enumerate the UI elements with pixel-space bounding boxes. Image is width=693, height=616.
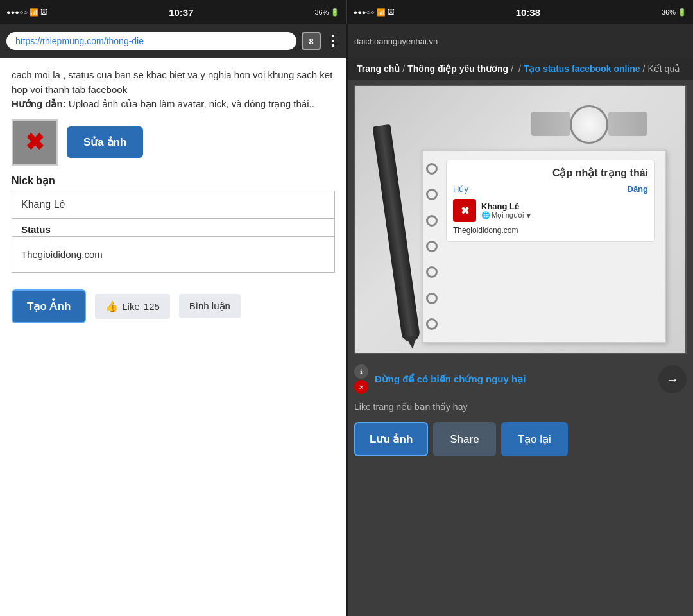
generated-image: Cập nhật trạng thái Hủy Đăng ✖ Khang Lê (354, 85, 687, 354)
fb-audience: 🌐 Mọi người ▼ (481, 211, 532, 219)
right-wifi-icon: 📶 (377, 8, 386, 17)
ad-icons: ℹ ✕ (354, 364, 368, 394)
avatar-box: ✖ (12, 119, 58, 166)
spiral-ring (426, 215, 438, 227)
share-button[interactable]: Share (433, 422, 495, 456)
url-bar[interactable]: https://thiepmung.com/thong-die (6, 32, 296, 50)
luu-anh-button[interactable]: Lưu ảnh (354, 422, 428, 456)
ad-info-icon: ℹ (354, 364, 368, 379)
right-battery-percent: 36% (662, 8, 676, 16)
breadcrumb-sep2: / (511, 64, 513, 74)
breadcrumb: Trang chủ / Thông điệp yêu thương / / Tạ… (348, 58, 693, 80)
spiral-ring (426, 189, 438, 200)
binh-luan-button[interactable]: Bình luận (179, 294, 241, 318)
avatar-row: ✖ Sửa ảnh (12, 119, 335, 166)
pen-tip (406, 336, 418, 350)
left-battery-percent: 36% (314, 8, 329, 16)
fb-status-text: Thegioididong.com (453, 226, 648, 235)
image-icon: 🖼 (40, 8, 47, 16)
facebook-actions-row: Hủy Đăng (453, 184, 648, 194)
action-buttons-row: Lưu ảnh Share Tạo lại (354, 422, 687, 456)
nick-input[interactable] (12, 191, 334, 219)
signal-dots: ●●●○○ (6, 8, 28, 16)
right-browser-bar: daichoannguyenhai.vn (348, 24, 693, 58)
facebook-cancel: Hủy (453, 184, 468, 194)
right-time: 10:38 (516, 7, 540, 18)
tab-count[interactable]: 8 (302, 32, 321, 50)
left-time: 10:37 (169, 7, 193, 18)
right-signal-icons: ●●●○○ 📶 🖼 (354, 8, 395, 17)
left-battery-area: 36% 🔋 (314, 8, 339, 17)
sua-anh-button[interactable]: Sửa ảnh (67, 126, 143, 158)
spiral-ring (426, 318, 438, 330)
left-signal-icons: ●●●○○ 📶 🖼 (6, 8, 47, 17)
right-panel: daichoannguyenhai.vn Trang chủ / Thông đ… (348, 24, 693, 616)
description-text: cach moi la , status cua ban se khac bie… (12, 68, 335, 112)
right-page-content: Trang chủ / Thông điệp yêu thương / / Tạ… (348, 58, 693, 616)
left-battery-icon: 🔋 (330, 8, 339, 17)
like-thumb-icon: 👍 (105, 300, 118, 312)
spiral-ring (426, 293, 438, 304)
spiral-ring (426, 241, 438, 252)
fb-avatar: ✖ (453, 199, 476, 222)
menu-dots[interactable]: ⋮ (326, 33, 340, 49)
form-box: Status (12, 191, 335, 273)
notebook-spiral (423, 151, 441, 342)
instruction-label: Hướng dẫn: (12, 98, 66, 109)
facebook-post: Đăng (628, 184, 649, 194)
like-count: 125 (144, 301, 160, 312)
facebook-update-box: Cập nhật trạng thái Hủy Đăng ✖ Khang Lê (446, 160, 655, 242)
wifi-icon: 📶 (30, 8, 38, 17)
breadcrumb-thong-diep[interactable]: Thông điệp yêu thương (407, 64, 508, 74)
like-label: Like (122, 301, 140, 312)
watch-shape (531, 105, 647, 144)
breadcrumb-sep2b: / (518, 64, 521, 74)
spiral-ring (426, 266, 438, 278)
breadcrumb-sep1: / (402, 64, 405, 74)
ad-close-icon[interactable]: ✕ (354, 380, 368, 394)
watch-strap-right (608, 112, 647, 136)
tao-lai-button[interactable]: Tạo lại (501, 422, 568, 456)
fb-user-info: Khang Lê 🌐 Mọi người ▼ (481, 201, 532, 219)
left-page-content: cach moi la , status cua ban se khac bie… (0, 58, 346, 616)
bottom-row: Tạo Ảnh 👍 Like 125 Bình luận (12, 284, 335, 329)
breadcrumb-tao-status[interactable]: Tạo status facebook online (524, 64, 640, 74)
avatar-icon: ✖ (25, 129, 44, 156)
notebook-background: Cập nhật trạng thái Hủy Đăng ✖ Khang Lê (355, 86, 685, 353)
left-panel: https://thiepmung.com/thong-die 8 ⋮ cach… (0, 24, 346, 616)
left-status-bar: ●●●○○ 📶 🖼 10:37 36% 🔋 (0, 0, 346, 24)
like-button[interactable]: 👍 Like 125 (95, 294, 170, 319)
watch-face (570, 105, 608, 144)
pen-shape (372, 124, 420, 343)
ad-area: ℹ ✕ Đừng để có biến chứng nguy hại → (354, 364, 687, 394)
right-battery-area: 36% 🔋 (662, 8, 687, 17)
watch-strap-left (531, 112, 570, 136)
right-image-icon: 🖼 (388, 8, 395, 16)
right-status-bar: ●●●○○ 📶 🖼 10:38 36% 🔋 (346, 0, 694, 24)
facebook-user-row: ✖ Khang Lê 🌐 Mọi người ▼ (453, 199, 648, 222)
ad-text: Đừng để có biến chứng nguy hại (375, 373, 652, 385)
status-input[interactable] (12, 236, 334, 272)
right-battery-icon: 🔋 (678, 8, 687, 17)
spiral-ring (426, 163, 438, 175)
breadcrumb-home[interactable]: Trang chủ (357, 64, 400, 74)
fb-username: Khang Lê (481, 201, 532, 211)
notebook-paper: Cập nhật trạng thái Hủy Đăng ✖ Khang Lê (422, 150, 666, 343)
nick-label: Nick bạn (12, 175, 335, 187)
tao-anh-button[interactable]: Tạo Ảnh (12, 289, 86, 323)
right-signal-dots: ●●●○○ (354, 8, 375, 16)
right-url-text: daichoannguyenhai.vn (354, 37, 438, 46)
browser-bar: https://thiepmung.com/thong-die 8 ⋮ (0, 24, 346, 58)
instruction-text: Upload ảnh của bạn làm avatar, nick, và … (66, 98, 314, 109)
breadcrumb-sep3: / (643, 64, 646, 74)
like-info: Like trang nếu bạn thấy hay (354, 402, 687, 412)
ad-arrow-button[interactable]: → (658, 365, 687, 393)
facebook-update-title: Cập nhật trạng thái (453, 167, 648, 179)
breadcrumb-result: Kết quả (648, 64, 681, 74)
status-label: Status (12, 219, 334, 236)
